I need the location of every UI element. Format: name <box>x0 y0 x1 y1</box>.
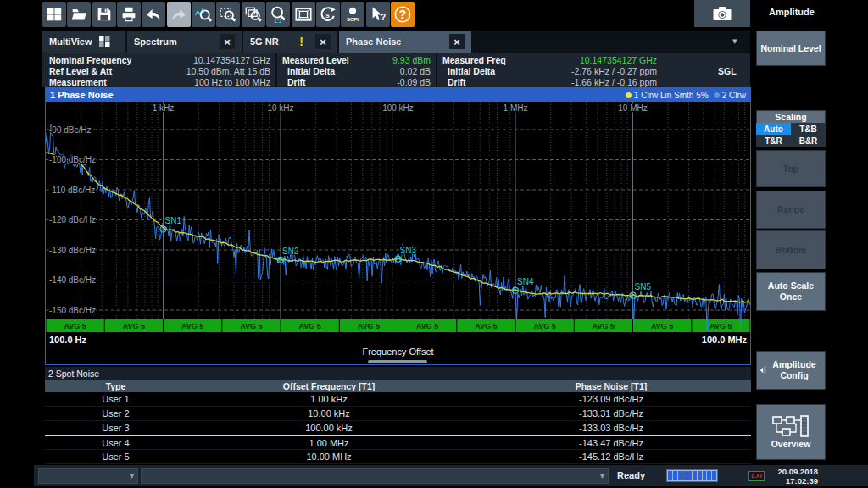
x-axis-range-row: 100.0 Hz 100.0 MHz <box>46 333 750 347</box>
close-icon[interactable]: × <box>315 34 331 49</box>
toolbar-zoom-multi-button[interactable] <box>242 2 265 27</box>
phase-noise-cell: -133.31 dBc/Hz <box>471 407 751 420</box>
info-row: Ref Level & Att10.50 dBm, Att 15 dB <box>42 65 275 76</box>
trace-dot-icon <box>626 92 632 98</box>
toolbar-save-button[interactable] <box>92 2 116 27</box>
info-label: Measured Level <box>282 55 349 65</box>
col-header-type: Type <box>45 380 186 392</box>
svg-text:AVG 5: AVG 5 <box>358 322 380 330</box>
info-row: Initial Delta0.02 dB <box>277 65 436 76</box>
toolbar-zoom-1-1-button[interactable]: 1:1 <box>266 2 290 27</box>
close-icon[interactable]: × <box>220 34 235 49</box>
tab-multiview[interactable]: MultiView <box>42 30 125 53</box>
type-cell: User 4 <box>45 436 186 449</box>
display-frame-icon <box>294 5 313 24</box>
tab-5g-nr[interactable]: 5G NR!× <box>243 30 337 53</box>
tab-label: Spectrum <box>134 36 177 47</box>
svg-text:AVG 5: AVG 5 <box>123 322 145 330</box>
warning-icon: ! <box>299 35 303 48</box>
tab-spectrum[interactable]: Spectrum× <box>127 30 242 53</box>
info-row: Drift-0.09 dB <box>277 76 436 87</box>
svg-text:10 kHz: 10 kHz <box>267 103 293 113</box>
toolbar-windows-button[interactable] <box>42 2 66 27</box>
zoom-1-1-icon: 1:1 <box>269 5 287 24</box>
tab-overflow-chevron-down-icon[interactable]: ▾ <box>732 36 737 47</box>
x-axis-end-label: 100.0 MHz <box>702 335 747 345</box>
tab-phase-noise[interactable]: Phase Noise× <box>339 30 471 53</box>
status-dropdown-left[interactable]: ▾ <box>38 468 138 484</box>
legend-item: 2 Clrw <box>714 91 746 100</box>
info-row: Initial Delta-2.76 kHz / -0.27 ppm <box>437 65 750 76</box>
toolbar-zoom-selection-button[interactable] <box>216 2 240 27</box>
svg-text:AVG 5: AVG 5 <box>475 322 497 330</box>
collapse-left-icon <box>760 364 768 379</box>
toolbar-zoom-trace-button[interactable] <box>192 2 215 27</box>
softkey-auto-scale-once[interactable]: Auto Scale Once <box>756 272 826 311</box>
window-splitter-handle[interactable] <box>368 360 427 363</box>
svg-text:AVG 5: AVG 5 <box>651 322 673 330</box>
svg-text:AVG 5: AVG 5 <box>709 322 732 330</box>
x-axis-title: Frequency Offset <box>46 347 750 357</box>
tab-label: Phase Noise <box>346 36 401 47</box>
toolbar-print-button[interactable] <box>117 2 141 27</box>
progress-segment <box>707 471 711 480</box>
spot-noise-table-body: User 11.00 kHz-123.09 dBc/HzUser 210.00 … <box>45 392 751 464</box>
camera-icon <box>711 3 733 24</box>
toolbar-scpi-button[interactable]: SCPI <box>341 2 364 27</box>
offset-frequency-cell: 10.00 kHz <box>186 407 471 420</box>
phase-noise-cell: -133.03 dBc/Hz <box>471 421 751 435</box>
single-sweep-badge: SGL <box>718 66 737 76</box>
phase-noise-chart[interactable]: AVG 5AVG 5AVG 5AVG 5AVG 5AVG 5AVG 5AVG 5… <box>46 102 750 333</box>
phase-noise-cell: -123.09 dBc/Hz <box>471 392 751 406</box>
windows-icon <box>45 5 64 24</box>
zoom-trace-icon <box>194 5 213 24</box>
phase-noise-titlebar[interactable]: 1 Phase Noise 1 Clrw Lin Smth 5%2 Clrw <box>46 88 750 102</box>
scpi-icon: SCPI <box>343 5 362 24</box>
spot-noise-row-user-5[interactable]: User 510.00 MHz-145.12 dBc/Hz <box>45 450 751 464</box>
info-column-2: Measured Level9.93 dBmInitial Delta0.02 … <box>275 53 436 87</box>
progress-segment <box>673 471 677 480</box>
progress-segment <box>682 471 687 480</box>
softkey-nominal-level[interactable]: Nominal Level <box>756 30 826 66</box>
info-value: 0.02 dB <box>400 66 431 76</box>
svg-text:AVG 5: AVG 5 <box>64 322 86 330</box>
undo-icon <box>144 5 163 24</box>
info-label: Measurement <box>49 77 107 87</box>
col-header-offset-frequency: Offset Frequency [T1] <box>186 380 471 392</box>
spot-noise-row-user-1[interactable]: User 11.00 kHz-123.09 dBc/Hz <box>45 392 751 407</box>
svg-text:?: ? <box>399 8 406 21</box>
spot-noise-row-user-3[interactable]: User 3100.00 kHz-133.03 dBc/Hz <box>45 421 751 435</box>
toolbar-display-frame-button[interactable] <box>292 2 315 27</box>
open-icon <box>70 5 88 24</box>
type-cell: User 3 <box>45 421 186 435</box>
softkey-overview[interactable]: Overview <box>756 404 826 460</box>
screenshot-camera-button[interactable] <box>694 0 750 27</box>
progress-segment <box>668 471 672 480</box>
toolbar-context-help-button[interactable]: ? <box>366 2 390 27</box>
info-label: Measured Freq <box>442 55 506 65</box>
spot-noise-row-user-4[interactable]: User 41.00 MHz-143.47 dBc/Hz <box>45 435 751 450</box>
svg-text:SCPI: SCPI <box>347 17 359 22</box>
toolbar-open-button[interactable] <box>67 2 91 27</box>
help-icon: ? <box>393 5 412 24</box>
scaling-options-grid: AutoT&BT&RB&R <box>756 123 826 147</box>
info-label: Drift <box>448 77 466 87</box>
info-label: Drift <box>287 77 306 87</box>
status-message-dropdown[interactable]: ▾ <box>141 468 609 484</box>
spot-noise-row-user-2[interactable]: User 210.00 kHz-133.31 dBc/Hz <box>45 407 751 421</box>
close-icon[interactable]: × <box>449 34 465 49</box>
scaling-option-tr[interactable]: T&R <box>756 135 791 147</box>
softkey-label: Nominal Level <box>760 43 821 54</box>
scaling-option-br[interactable]: B&R <box>791 135 826 147</box>
channel-tab-bar: ▾ MultiViewSpectrum×5G NR!×Phase Noise× <box>42 30 750 53</box>
scaling-option-auto[interactable]: Auto <box>756 123 791 135</box>
trace-dot-icon <box>714 92 720 98</box>
toolbar-help-button[interactable]: ? <box>391 2 415 27</box>
info-value: 10.50 dBm, Att 15 dB <box>186 66 270 76</box>
softkey-label: Amplitude Config <box>759 359 823 381</box>
toolbar-continuous-sweep-button[interactable]: s <box>316 2 340 27</box>
toolbar-undo-button[interactable] <box>142 2 165 27</box>
softkey-amplitude-config[interactable]: Amplitude Config <box>756 351 826 390</box>
svg-text:AVG 5: AVG 5 <box>181 322 203 330</box>
scaling-option-tb[interactable]: T&B <box>791 123 826 135</box>
